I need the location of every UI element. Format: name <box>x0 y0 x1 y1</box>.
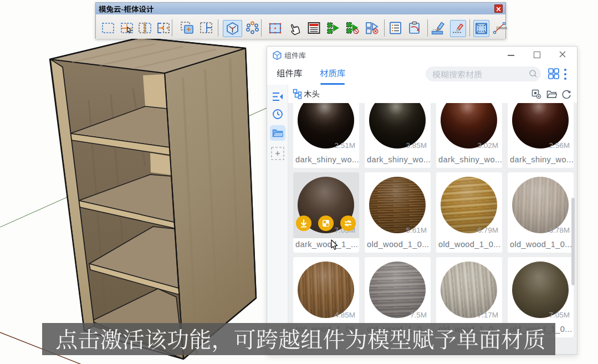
svg-text:10mm: 10mm <box>496 26 507 30</box>
